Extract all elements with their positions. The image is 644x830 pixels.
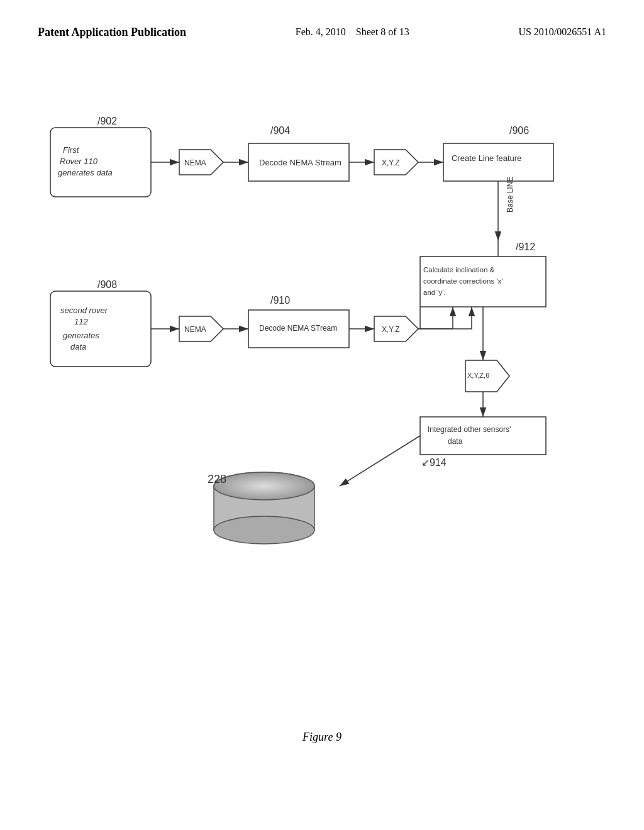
svg-text:Decode NEMA STream: Decode NEMA STream [259,324,337,333]
svg-text:and 'y'.: and 'y'. [423,289,446,296]
svg-text:X,Y,Z: X,Y,Z [382,325,399,334]
figure-caption: Figure 9 [303,731,341,744]
svg-text:second rover: second rover [60,306,108,315]
page-header: Patent Application Publication Feb. 4, 2… [0,0,644,40]
svg-text:data: data [70,342,86,351]
svg-text:X,Y,Z,θ: X,Y,Z,θ [467,372,489,379]
svg-line-55 [340,436,420,486]
svg-text:data: data [448,437,463,446]
svg-text:generates data: generates data [58,168,113,177]
svg-text:/902: /902 [97,116,117,126]
svg-text:Calculate inclination &: Calculate inclination & [423,266,494,274]
svg-text:112: 112 [74,317,88,326]
svg-rect-21 [50,291,151,367]
svg-text:/912: /912 [516,241,535,252]
svg-text:/906: /906 [509,125,529,136]
publication-date: Feb. 4, 2010 [296,26,346,37]
svg-text:228: 228 [208,473,226,485]
svg-text:Rover 110: Rover 110 [60,157,98,166]
sheet-info: Sheet 8 of 13 [356,26,409,37]
svg-text:↙914: ↙914 [421,457,447,468]
publication-title: Patent Application Publication [38,25,186,40]
svg-text:First: First [63,145,80,155]
svg-rect-51 [420,417,546,455]
diagram-area: /902 First Rover 110 generates data NEMA… [0,46,644,769]
diagram-svg: /902 First Rover 110 generates data NEMA… [0,46,644,769]
svg-text:NEMA: NEMA [184,325,206,334]
svg-text:Create Line feature: Create Line feature [452,153,521,163]
svg-text:Base LINE: Base LINE [506,177,514,213]
svg-text:coordinate corrections 'x': coordinate corrections 'x' [423,277,502,285]
svg-text:/908: /908 [97,279,117,290]
svg-text:/910: /910 [270,295,290,306]
svg-text:Decode NEMA Stream: Decode NEMA Stream [259,158,341,167]
patent-number: US 2010/0026551 A1 [518,25,606,39]
publication-date-sheet: Feb. 4, 2010 Sheet 8 of 13 [296,25,409,39]
svg-point-58 [214,516,314,544]
svg-text:X,Y,Z: X,Y,Z [382,158,399,167]
svg-text:Integrated other sensors': Integrated other sensors' [428,425,511,434]
svg-text:generates: generates [63,331,99,340]
svg-text:/904: /904 [270,125,290,136]
svg-point-59 [214,472,314,500]
svg-text:NEMA: NEMA [184,158,206,167]
